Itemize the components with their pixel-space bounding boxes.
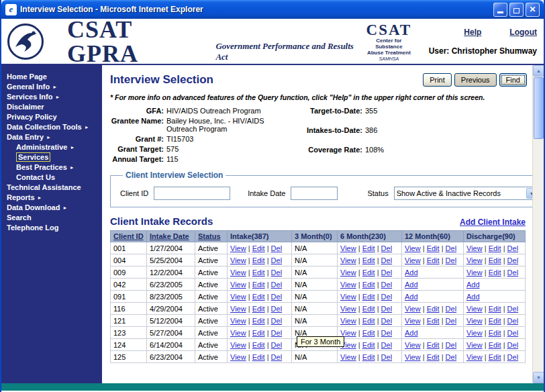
view-link[interactable]: View	[230, 244, 246, 252]
view-link[interactable]: View	[405, 353, 421, 361]
edit-link[interactable]: Edit	[362, 256, 375, 264]
edit-link[interactable]: Edit	[427, 244, 440, 252]
logout-link[interactable]: Logout	[509, 28, 537, 37]
edit-link[interactable]: Edit	[489, 353, 501, 361]
del-link[interactable]: Del	[507, 341, 519, 349]
sidebar-item-search[interactable]: Search	[1, 213, 102, 223]
view-link[interactable]: View	[230, 329, 246, 337]
edit-link[interactable]: Edit	[252, 329, 265, 337]
view-link[interactable]: View	[405, 256, 421, 264]
view-link[interactable]: View	[230, 353, 246, 361]
vertical-scrollbar[interactable]	[532, 65, 544, 383]
client-id-input[interactable]	[154, 187, 230, 200]
edit-link[interactable]: Edit	[362, 305, 375, 313]
del-link[interactable]: Del	[271, 305, 283, 313]
scrollbar-thumb[interactable]	[534, 77, 544, 139]
del-link[interactable]: Del	[507, 317, 519, 325]
sidebar-item-data-collection-tools[interactable]: Data Collection Tools►	[1, 122, 102, 132]
add-client-intake-link[interactable]: Add Client Intake	[460, 217, 526, 227]
view-link[interactable]: View	[405, 305, 421, 313]
view-link[interactable]: View	[340, 268, 356, 277]
del-link[interactable]: Del	[381, 281, 393, 289]
restore-button[interactable]	[509, 3, 524, 17]
edit-link[interactable]: Edit	[489, 305, 501, 313]
add-link[interactable]: Add	[466, 281, 480, 289]
edit-link[interactable]: Edit	[489, 341, 501, 349]
edit-link[interactable]: Edit	[252, 293, 265, 301]
view-link[interactable]: View	[466, 305, 483, 313]
view-link[interactable]: View	[466, 341, 483, 349]
del-link[interactable]: Del	[446, 244, 457, 252]
edit-link[interactable]: Edit	[489, 268, 501, 277]
sidebar-item-technical-assistance[interactable]: Technical Assistance	[1, 183, 102, 193]
minimize-button[interactable]	[493, 3, 507, 17]
previous-button[interactable]: Previous	[454, 73, 497, 87]
intake-date-input[interactable]	[291, 187, 338, 200]
view-link[interactable]: View	[466, 317, 483, 325]
edit-link[interactable]: Edit	[427, 317, 440, 325]
sidebar-item-data-entry[interactable]: Data Entry►	[1, 132, 102, 142]
del-link[interactable]: Del	[381, 317, 393, 325]
edit-link[interactable]: Edit	[427, 305, 440, 313]
edit-link[interactable]: Edit	[362, 293, 375, 301]
sort-link[interactable]: Intake Date	[150, 232, 189, 240]
edit-link[interactable]: Edit	[252, 281, 265, 289]
edit-link[interactable]: Edit	[362, 244, 375, 252]
view-link[interactable]: View	[466, 256, 483, 264]
add-link[interactable]: Add	[405, 329, 418, 337]
del-link[interactable]: Del	[507, 353, 519, 361]
del-link[interactable]: Del	[507, 268, 519, 277]
view-link[interactable]: View	[340, 244, 356, 252]
del-link[interactable]: Del	[381, 244, 393, 252]
del-link[interactable]: Del	[507, 256, 519, 264]
view-link[interactable]: View	[466, 353, 483, 361]
edit-link[interactable]: Edit	[362, 329, 375, 337]
edit-link[interactable]: Edit	[252, 305, 265, 313]
sidebar-item-disclaimer[interactable]: Disclaimer	[1, 102, 102, 112]
edit-link[interactable]: Edit	[362, 268, 375, 277]
scroll-down-button[interactable]	[533, 372, 544, 383]
del-link[interactable]: Del	[271, 244, 283, 252]
sidebar-item-services-info[interactable]: Services Info►	[1, 92, 102, 102]
edit-link[interactable]: Edit	[427, 341, 440, 349]
edit-link[interactable]: Edit	[489, 256, 501, 264]
sidebar-item-contact-us[interactable]: Contact Us	[1, 173, 102, 183]
view-link[interactable]: View	[466, 329, 483, 337]
sidebar-item-telephone-log[interactable]: Telephone Log	[1, 223, 102, 233]
view-link[interactable]: View	[340, 317, 356, 325]
del-link[interactable]: Del	[271, 329, 283, 337]
del-link[interactable]: Del	[381, 353, 393, 361]
scroll-up-button[interactable]	[533, 65, 544, 77]
view-link[interactable]: View	[405, 341, 421, 349]
view-link[interactable]: View	[405, 244, 421, 252]
find-button[interactable]: Find	[499, 73, 527, 87]
view-link[interactable]: View	[340, 256, 356, 264]
view-link[interactable]: View	[405, 317, 421, 325]
del-link[interactable]: Del	[446, 341, 457, 349]
sidebar-item-administrative[interactable]: Administrative►	[1, 142, 102, 152]
add-link[interactable]: Add	[405, 293, 418, 301]
del-link[interactable]: Del	[381, 329, 393, 337]
view-link[interactable]: View	[466, 268, 483, 277]
edit-link[interactable]: Edit	[489, 329, 501, 337]
del-link[interactable]: Del	[271, 353, 283, 361]
view-link[interactable]: View	[340, 329, 356, 337]
view-link[interactable]: View	[340, 305, 356, 313]
edit-link[interactable]: Edit	[252, 317, 265, 325]
del-link[interactable]: Del	[381, 305, 393, 313]
status-select[interactable]: Show Active & Inactive Records	[394, 187, 532, 200]
del-link[interactable]: Del	[507, 305, 519, 313]
del-link[interactable]: Del	[381, 341, 393, 349]
edit-link[interactable]: Edit	[252, 341, 265, 349]
sidebar-item-data-download[interactable]: Data Download►	[1, 203, 102, 213]
edit-link[interactable]: Edit	[362, 353, 375, 361]
view-link[interactable]: View	[230, 256, 246, 264]
del-link[interactable]: Del	[446, 305, 457, 313]
view-link[interactable]: View	[466, 244, 483, 252]
sort-link[interactable]: Status	[198, 232, 221, 240]
del-link[interactable]: Del	[271, 281, 283, 289]
edit-link[interactable]: Edit	[252, 256, 265, 264]
edit-link[interactable]: Edit	[362, 317, 375, 325]
edit-link[interactable]: Edit	[489, 317, 501, 325]
sort-link[interactable]: Client ID	[113, 232, 144, 240]
